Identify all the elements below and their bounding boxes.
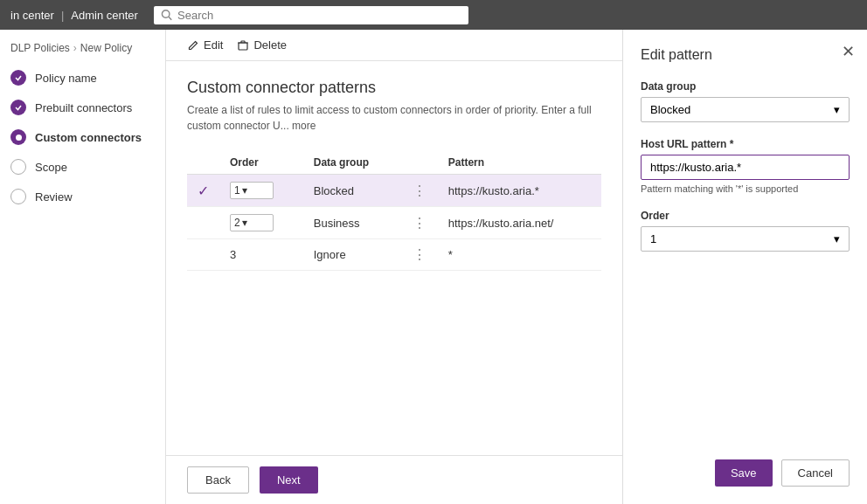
cancel-button[interactable]: Cancel	[781, 459, 850, 487]
sidebar-outline-icon-2	[10, 189, 26, 204]
delete-button-label: Delete	[253, 38, 287, 52]
breadcrumb: DLP Policies › New Policy	[0, 37, 165, 63]
sidebar-item-scope[interactable]: Scope	[0, 152, 165, 182]
edit-panel: Edit pattern ✕ Data group Blocked ▾ Host…	[622, 30, 867, 504]
section-desc: Create a list of rules to limit access t…	[187, 102, 601, 134]
breadcrumb-link[interactable]: DLP Policies	[10, 42, 70, 54]
row3-pattern: *	[438, 239, 601, 271]
col-checkbox	[187, 151, 219, 175]
row3-check	[187, 239, 219, 271]
edit-button[interactable]: Edit	[187, 38, 223, 52]
host-url-input[interactable]	[641, 155, 850, 180]
row3-dots[interactable]: ⋮	[402, 239, 438, 271]
delete-button[interactable]: Delete	[237, 38, 287, 52]
table-row: ✓ 1 ▾ Blocked ⋮ https://kusto.aria.*	[187, 175, 601, 207]
edit-button-label: Edit	[204, 38, 223, 52]
host-url-label: Host URL pattern	[641, 138, 850, 150]
order-chevron: ▾	[834, 232, 840, 245]
sidebar-item-custom-connectors[interactable]: Custom connectors	[0, 122, 165, 152]
data-group-label: Data group	[641, 80, 850, 93]
sidebar-label-scope: Scope	[35, 161, 67, 174]
nav-sep: |	[61, 9, 64, 22]
row2-check	[187, 207, 219, 239]
back-button[interactable]: Back	[187, 466, 249, 494]
sidebar-item-prebuilt-connectors[interactable]: Prebuilt connectors	[0, 93, 165, 122]
nav-title2: Admin center	[71, 9, 138, 22]
row1-order-select[interactable]: 1 ▾	[230, 182, 274, 199]
sidebar-outline-icon-1	[10, 159, 26, 175]
row2-order: 2 ▾	[219, 207, 303, 239]
row2-order-value: 2	[234, 217, 240, 229]
breadcrumb-current: New Policy	[80, 42, 132, 54]
svg-line-1	[169, 17, 171, 19]
panel-bottom-buttons: Save Cancel	[715, 459, 850, 487]
sidebar-item-review[interactable]: Review	[0, 182, 165, 211]
row3-dots-icon[interactable]: ⋮	[413, 247, 427, 262]
sidebar-item-policy-name[interactable]: Policy name	[0, 63, 165, 93]
sidebar-label-custom: Custom connectors	[35, 131, 142, 144]
data-group-value: Blocked	[650, 103, 690, 116]
main-content: Edit Delete Custom connector patterns Cr…	[166, 30, 622, 504]
next-button[interactable]: Next	[260, 466, 318, 494]
table-row: 2 ▾ Business ⋮ https://kusto.aria.net/	[187, 207, 601, 239]
nav-title1: in center	[10, 9, 54, 22]
row1-dots-icon[interactable]: ⋮	[413, 183, 427, 198]
row1-order-chevron: ▾	[242, 184, 247, 197]
content-area: Custom connector patterns Create a list …	[166, 61, 622, 288]
col-pattern-header: Pattern	[438, 151, 601, 175]
svg-rect-2	[239, 43, 247, 50]
row2-dots[interactable]: ⋮	[402, 207, 438, 239]
search-icon	[161, 9, 172, 21]
row2-datagroup: Business	[303, 207, 402, 239]
host-url-hint: Pattern matching with '*' is supported	[641, 183, 850, 194]
row2-order-chevron: ▾	[242, 217, 247, 229]
top-nav: in center | Admin center	[0, 0, 867, 30]
row1-order-value: 1	[234, 184, 240, 197]
row3-datagroup: Ignore	[303, 239, 402, 271]
sidebar-check-icon-1	[10, 70, 26, 86]
delete-icon	[237, 39, 249, 52]
layout: DLP Policies › New Policy Policy name Pr…	[0, 30, 867, 504]
host-url-field: Host URL pattern Pattern matching with '…	[641, 138, 850, 194]
order-dropdown[interactable]: 1 ▾	[641, 226, 850, 252]
edit-panel-title: Edit pattern	[641, 47, 850, 63]
sidebar-label-prebuilt: Prebuilt connectors	[35, 101, 132, 114]
row1-pattern: https://kusto.aria.*	[438, 175, 601, 207]
sidebar: DLP Policies › New Policy Policy name Pr…	[0, 30, 166, 504]
col-order-header: Order	[219, 151, 303, 175]
table-row: 3 Ignore ⋮ *	[187, 239, 601, 271]
row1-dots[interactable]: ⋮	[402, 175, 438, 207]
row1-datagroup: Blocked	[303, 175, 402, 207]
data-group-field: Data group Blocked ▾	[641, 80, 850, 122]
sidebar-label-policy-name: Policy name	[35, 72, 97, 85]
row1-check: ✓	[187, 175, 219, 207]
row2-order-select[interactable]: 2 ▾	[230, 214, 274, 231]
search-box[interactable]	[154, 6, 468, 24]
save-button[interactable]: Save	[715, 459, 773, 487]
data-group-chevron: ▾	[834, 103, 840, 116]
row3-order: 3	[219, 239, 303, 271]
toolbar: Edit Delete	[166, 30, 622, 61]
order-field: Order 1 ▾	[641, 210, 850, 252]
order-value: 1	[650, 232, 656, 245]
row1-order: 1 ▾	[219, 175, 303, 207]
sidebar-active-icon	[10, 129, 26, 145]
col-menu-header	[402, 151, 438, 175]
section-title: Custom connector patterns	[187, 79, 601, 97]
row1-check-icon: ✓	[198, 183, 209, 198]
sidebar-check-icon-2	[10, 100, 26, 115]
breadcrumb-sep: ›	[73, 42, 77, 54]
data-group-dropdown[interactable]: Blocked ▾	[641, 97, 850, 122]
row2-pattern: https://kusto.aria.net/	[438, 207, 601, 239]
pattern-table: Order Data group Pattern ✓ 1	[187, 151, 601, 271]
svg-point-0	[162, 10, 169, 17]
order-label: Order	[641, 210, 850, 222]
search-input[interactable]	[177, 9, 461, 22]
edit-icon	[187, 39, 199, 52]
col-datagroup-header: Data group	[303, 151, 402, 175]
close-button[interactable]: ✕	[842, 42, 855, 61]
row2-dots-icon[interactable]: ⋮	[413, 216, 427, 231]
bottom-bar: Back Next	[166, 455, 622, 504]
sidebar-label-review: Review	[35, 190, 73, 204]
